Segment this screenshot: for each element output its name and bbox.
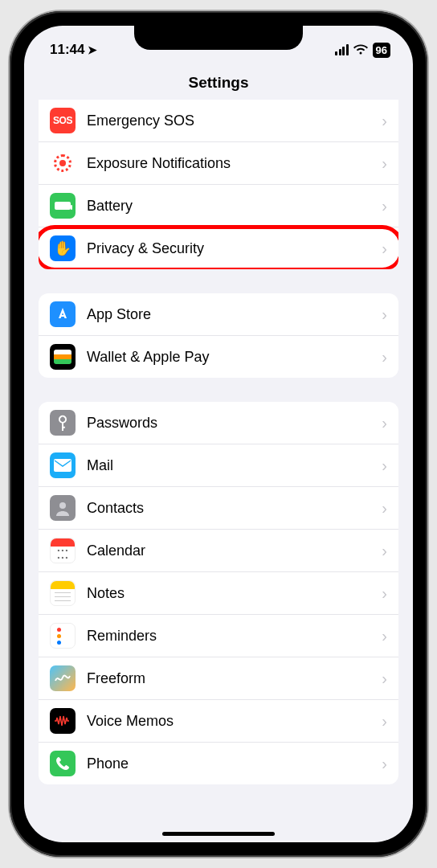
location-icon: ➤ (88, 43, 97, 56)
row-label: Notes (87, 585, 382, 602)
row-freeform[interactable]: Freeform › (39, 657, 398, 700)
row-phone[interactable]: Phone › (39, 743, 398, 784)
settings-group: SOS Emergency SOS › Exposure Notificatio… (39, 100, 398, 269)
row-app-store[interactable]: App Store › (39, 293, 398, 336)
svg-point-0 (58, 415, 67, 424)
row-reminders[interactable]: Reminders › (39, 615, 398, 657)
row-wallet-apple-pay[interactable]: Wallet & Apple Pay › (39, 336, 398, 378)
chevron-right-icon: › (382, 240, 387, 258)
row-label: Contacts (87, 500, 382, 517)
row-label: Voice Memos (87, 713, 382, 730)
appstore-icon (50, 301, 76, 327)
cellular-icon (335, 44, 349, 55)
sos-icon: SOS (50, 108, 76, 133)
row-label: Privacy & Security (87, 240, 382, 257)
row-label: App Store (87, 306, 382, 323)
exposure-icon (50, 150, 76, 176)
row-label: Wallet & Apple Pay (87, 349, 382, 366)
battery-icon: 96 (373, 43, 390, 58)
chevron-right-icon: › (382, 197, 387, 215)
row-label: Phone (87, 755, 382, 772)
row-label: Freeform (87, 670, 382, 687)
voicememos-icon (50, 708, 76, 734)
row-exposure-notifications[interactable]: Exposure Notifications › (39, 142, 398, 185)
freeform-icon (50, 665, 76, 691)
status-time: 11:44 (50, 42, 84, 58)
row-passwords[interactable]: Passwords › (39, 402, 398, 444)
settings-group: Passwords › Mail › Contacts › (39, 402, 398, 784)
chevron-right-icon: › (382, 112, 387, 130)
row-contacts[interactable]: Contacts › (39, 487, 398, 530)
phone-icon (50, 751, 76, 776)
chevron-right-icon: › (382, 414, 387, 432)
chevron-right-icon: › (382, 348, 387, 366)
chevron-right-icon: › (382, 542, 387, 560)
row-label: Calendar (87, 542, 382, 559)
chevron-right-icon: › (382, 457, 387, 475)
row-mail[interactable]: Mail › (39, 444, 398, 487)
mail-icon (50, 452, 76, 478)
row-emergency-sos[interactable]: SOS Emergency SOS › (39, 100, 398, 142)
chevron-right-icon: › (382, 627, 387, 645)
chevron-right-icon: › (382, 755, 387, 773)
reminders-icon (50, 623, 76, 649)
chevron-right-icon: › (382, 154, 387, 173)
row-label: Emergency SOS (87, 113, 382, 129)
row-voice-memos[interactable]: Voice Memos › (39, 700, 398, 743)
row-label: Passwords (87, 415, 382, 432)
wallet-icon (50, 344, 76, 370)
calendar-icon: • • •• • • (50, 538, 76, 563)
notch (134, 26, 303, 50)
battery-icon (50, 193, 76, 219)
row-label: Battery (87, 198, 382, 215)
chevron-right-icon: › (382, 305, 387, 324)
notes-icon (50, 580, 76, 606)
svg-point-2 (59, 502, 66, 509)
row-label: Mail (87, 457, 382, 474)
chevron-right-icon: › (382, 712, 387, 731)
chevron-right-icon: › (382, 499, 387, 518)
phone-screen: 11:44 ➤ 96 Settings SOS Emergency SOS › (24, 26, 413, 842)
row-notes[interactable]: Notes › (39, 572, 398, 615)
page-title: Settings (24, 68, 413, 100)
row-calendar[interactable]: • • •• • • Calendar › (39, 530, 398, 572)
row-label: Exposure Notifications (87, 155, 382, 172)
chevron-right-icon: › (382, 669, 387, 688)
svg-rect-1 (54, 459, 71, 472)
contacts-icon (50, 495, 76, 521)
row-battery[interactable]: Battery › (39, 185, 398, 227)
wifi-icon (353, 44, 368, 55)
home-indicator[interactable] (162, 832, 275, 836)
chevron-right-icon: › (382, 584, 387, 603)
settings-list[interactable]: SOS Emergency SOS › Exposure Notificatio… (24, 100, 413, 842)
passwords-icon (50, 410, 76, 436)
row-label: Reminders (87, 628, 382, 645)
settings-group: App Store › Wallet & Apple Pay › (39, 293, 398, 378)
phone-frame: 11:44 ➤ 96 Settings SOS Emergency SOS › (10, 11, 427, 857)
privacy-icon: ✋ (50, 235, 76, 261)
row-privacy-security[interactable]: ✋ Privacy & Security › (39, 227, 398, 269)
